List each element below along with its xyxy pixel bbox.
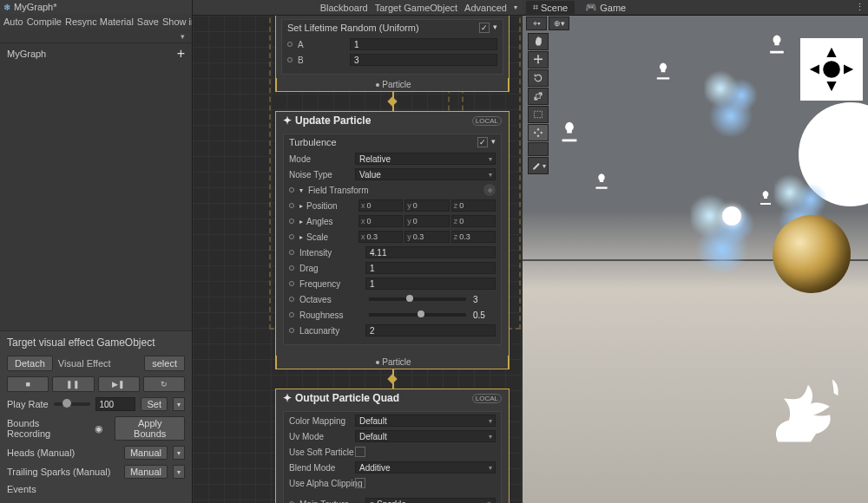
lacunarity-field[interactable]: 2: [365, 324, 496, 336]
component-label: Visual Effect: [58, 358, 111, 369]
port[interactable]: [289, 265, 294, 271]
gold-sphere-object[interactable]: [773, 215, 851, 293]
reflection-probe-gizmo[interactable]: [799, 102, 868, 206]
prop-a-value[interactable]: 1: [350, 38, 497, 50]
noise-dropdown[interactable]: Value▾: [355, 168, 496, 180]
node-update-particle[interactable]: ✦ Update Particle LOCAL Turbulence ✓▾ Mo…: [275, 111, 510, 369]
light-gizmo[interactable]: [653, 61, 674, 83]
roughness-value[interactable]: 0.5: [473, 310, 496, 320]
port[interactable]: [289, 203, 294, 208]
port[interactable]: [287, 42, 293, 47]
port[interactable]: [289, 328, 294, 333]
graph-canvas[interactable]: Blackboard Target GameObject Advanced▾ S…: [193, 0, 523, 503]
port[interactable]: [289, 312, 294, 317]
playback-buttons: ■ ❚❚ ▶❚ ↻: [7, 376, 185, 392]
link-icon[interactable]: ⟐: [483, 184, 496, 196]
octaves-slider[interactable]: [369, 297, 466, 301]
apply-bounds-button[interactable]: Apply Bounds: [115, 416, 185, 441]
menu-advanced[interactable]: Advanced: [464, 3, 507, 13]
scale-label: Scale: [306, 232, 355, 242]
step-button[interactable]: ▶❚: [98, 376, 140, 392]
orientation-gizmo[interactable]: [800, 38, 863, 101]
color-mapping-dropdown[interactable]: Default▾: [355, 415, 496, 427]
chevron-down-icon[interactable]: ▾: [493, 23, 497, 33]
move-tool[interactable]: [528, 51, 549, 69]
select-button[interactable]: select: [144, 356, 185, 371]
space-toggle[interactable]: ⊕▾: [549, 16, 569, 30]
octaves-value[interactable]: 3: [473, 295, 496, 304]
menu-save[interactable]: Save: [137, 16, 159, 27]
record-button[interactable]: ◉: [95, 423, 110, 434]
restart-button[interactable]: ↻: [143, 376, 185, 392]
menu-compile[interactable]: Compile: [27, 16, 62, 27]
drag-field[interactable]: 1: [365, 262, 496, 274]
chevron-down-icon[interactable]: ▾: [491, 137, 496, 147]
tab-scene[interactable]: ⌗Scene: [526, 1, 575, 14]
sphere-gizmo[interactable]: [722, 206, 741, 225]
blend-mode-dropdown[interactable]: Additive▾: [355, 461, 496, 474]
frequency-field[interactable]: 1: [365, 278, 496, 290]
port[interactable]: [289, 187, 294, 193]
play-rate-value[interactable]: 100: [95, 397, 135, 411]
menu-resync[interactable]: Resync Material: [65, 16, 134, 27]
light-gizmo[interactable]: [557, 120, 582, 146]
bounds-mode-0-dd[interactable]: ▾: [173, 446, 185, 460]
port[interactable]: [289, 234, 294, 239]
main-texture-field[interactable]: ꜰSparkle⊙: [365, 498, 496, 503]
prop-b-value[interactable]: 3: [350, 54, 497, 66]
port[interactable]: [287, 57, 293, 62]
custom-tool[interactable]: ▾: [528, 157, 549, 174]
menu-blackboard[interactable]: Blackboard: [320, 3, 368, 13]
roughness-slider[interactable]: [369, 313, 466, 317]
set-button[interactable]: Set: [141, 397, 168, 411]
play-rate-slider[interactable]: [54, 402, 91, 406]
node-set-lifetime[interactable]: Set Lifetime Random (Uniform) ✓▾ A1 B3 P…: [275, 16, 510, 92]
window-title-bar: ❄ MyGraph*: [0, 0, 192, 14]
menu-auto[interactable]: Auto: [3, 16, 23, 27]
alpha-clipping-label: Use Alpha Clipping: [289, 479, 352, 488]
bounds-mode-1[interactable]: Manual: [124, 465, 168, 479]
uv-mode-dropdown[interactable]: Default▾: [355, 430, 496, 442]
intensity-field[interactable]: 4.11: [365, 246, 496, 258]
turbulence-enable-checkbox[interactable]: ✓: [477, 137, 488, 147]
menu-target-go[interactable]: Target GameObject: [375, 3, 457, 13]
bounds-mode-0[interactable]: Manual: [124, 446, 168, 460]
light-gizmo[interactable]: [757, 189, 774, 208]
set-dropdown[interactable]: ▾: [173, 397, 185, 411]
svg-rect-0: [536, 95, 541, 99]
soft-particle-checkbox[interactable]: [355, 447, 365, 457]
light-gizmo[interactable]: [766, 33, 788, 57]
detach-button[interactable]: Detach: [7, 356, 53, 371]
prop-b-label: B: [298, 56, 346, 65]
light-gizmo[interactable]: [592, 172, 611, 193]
alpha-clipping-checkbox[interactable]: [355, 478, 365, 488]
scale-tool[interactable]: [528, 88, 549, 105]
node0-enable-checkbox[interactable]: ✓: [479, 23, 490, 33]
graph-name-row[interactable]: MyGraph +: [0, 43, 192, 64]
port[interactable]: [289, 219, 294, 224]
port[interactable]: [289, 250, 294, 255]
scene-view[interactable]: ⌗Scene 🎮Game ⋮ ⌖▾ ⊕▾ ▾: [523, 0, 868, 503]
scene-render[interactable]: [523, 16, 868, 503]
menu-icon[interactable]: ⋮: [855, 2, 865, 13]
menu-show[interactable]: Show in Project: [162, 16, 192, 27]
pivot-toggle[interactable]: ⌖▾: [526, 16, 547, 30]
node-output-particle-quad[interactable]: ✦ Output Particle Quad LOCAL Color Mappi…: [275, 389, 510, 503]
lamp-gizmo[interactable]: [767, 373, 854, 451]
rotate-tool[interactable]: [528, 69, 549, 87]
uv-mode-label: Uv Mode: [289, 432, 352, 441]
hand-tool[interactable]: [528, 33, 549, 50]
tab-game[interactable]: 🎮Game: [578, 1, 633, 14]
bounds-mode-1-dd[interactable]: ▾: [173, 465, 185, 479]
transform-tool[interactable]: [528, 124, 549, 141]
mode-dropdown[interactable]: Relative▾: [355, 153, 496, 165]
pause-button[interactable]: ❚❚: [52, 376, 94, 392]
stop-button[interactable]: ■: [7, 376, 49, 392]
chevron-down-icon[interactable]: ▾: [181, 32, 185, 41]
rect-tool[interactable]: [528, 106, 549, 123]
port[interactable]: [289, 297, 294, 302]
port[interactable]: [289, 281, 294, 286]
field-transform-label[interactable]: Field Transform: [308, 186, 371, 195]
add-button[interactable]: +: [177, 46, 185, 62]
node1-local-tag: LOCAL: [472, 116, 502, 126]
